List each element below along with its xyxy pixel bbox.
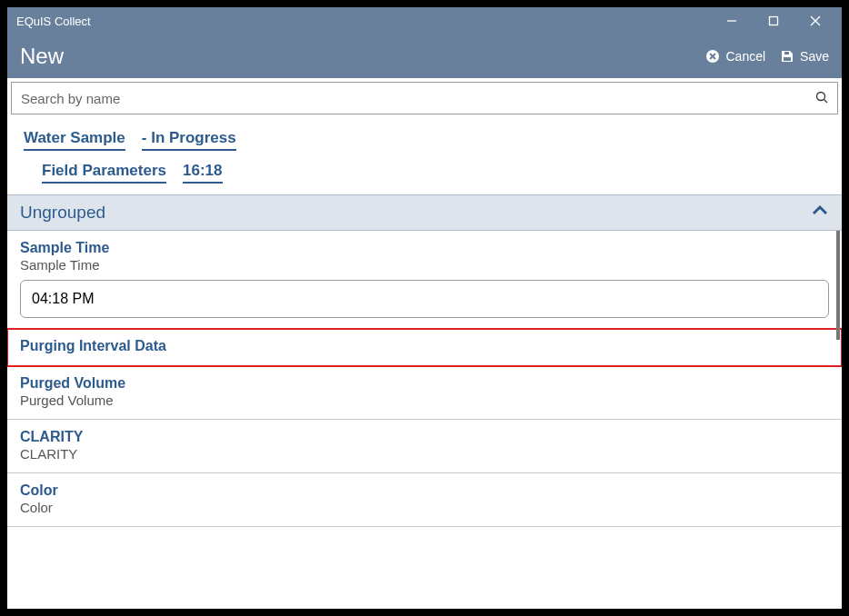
field-purging-interval[interactable]: Purging Interval Data — [7, 329, 842, 366]
svg-point-9 — [817, 92, 825, 100]
field-label: CLARITY — [20, 429, 829, 445]
field-label: Purged Volume — [20, 375, 829, 392]
cancel-icon — [705, 49, 720, 64]
cancel-button[interactable]: Cancel — [705, 49, 765, 64]
field-sublabel: Sample Time — [20, 257, 829, 273]
scrollbar[interactable] — [836, 231, 840, 340]
field-sample-time[interactable]: Sample Time Sample Time — [7, 231, 842, 329]
close-button[interactable] — [794, 7, 836, 35]
search-icon[interactable] — [815, 91, 828, 106]
breadcrumb: Water Sample - In Progress Field Paramet… — [7, 114, 842, 194]
app-window: EQuIS Collect New Cancel Save Water Samp… — [7, 7, 842, 609]
field-label: Color — [20, 482, 829, 499]
fields-scroll[interactable]: Sample Time Sample Time Purging Interval… — [7, 231, 842, 609]
breadcrumb-row-2: Field Parameters 16:18 — [24, 156, 825, 189]
minimize-button[interactable] — [711, 7, 753, 35]
crumb-field-parameters[interactable]: Field Parameters — [42, 162, 166, 184]
page-title: New — [20, 44, 691, 69]
field-sublabel: Color — [20, 500, 829, 515]
save-icon — [780, 49, 794, 64]
search-bar[interactable] — [11, 82, 838, 114]
breadcrumb-row-1: Water Sample - In Progress — [24, 124, 825, 156]
crumb-time[interactable]: 16:18 — [183, 162, 222, 184]
field-sublabel: Purged Volume — [20, 392, 829, 408]
field-label: Purging Interval Data — [20, 338, 829, 354]
field-sublabel: CLARITY — [20, 446, 829, 462]
window-controls — [711, 7, 836, 35]
field-label: Sample Time — [20, 240, 829, 256]
search-input[interactable] — [21, 91, 815, 106]
save-button[interactable]: Save — [780, 49, 829, 64]
app-title: EQuIS Collect — [16, 15, 711, 28]
save-label: Save — [800, 49, 829, 64]
field-purged-volume[interactable]: Purged Volume Purged Volume — [7, 366, 842, 420]
titlebar: EQuIS Collect — [7, 7, 842, 35]
crumb-water-sample[interactable]: Water Sample — [24, 129, 125, 151]
group-header[interactable]: Ungrouped — [7, 194, 842, 231]
sample-time-input[interactable] — [20, 280, 829, 318]
field-color[interactable]: Color Color — [7, 473, 842, 527]
svg-rect-1 — [770, 17, 778, 25]
field-clarity[interactable]: CLARITY CLARITY — [7, 420, 842, 473]
maximize-button[interactable] — [753, 7, 794, 35]
svg-rect-7 — [784, 57, 791, 61]
page-header: New Cancel Save — [7, 35, 842, 78]
svg-rect-8 — [784, 52, 789, 55]
chevron-up-icon[interactable] — [811, 202, 829, 224]
svg-line-10 — [824, 99, 828, 103]
crumb-in-progress[interactable]: - In Progress — [142, 129, 236, 151]
cancel-label: Cancel — [725, 49, 765, 64]
group-title: Ungrouped — [20, 203, 811, 223]
